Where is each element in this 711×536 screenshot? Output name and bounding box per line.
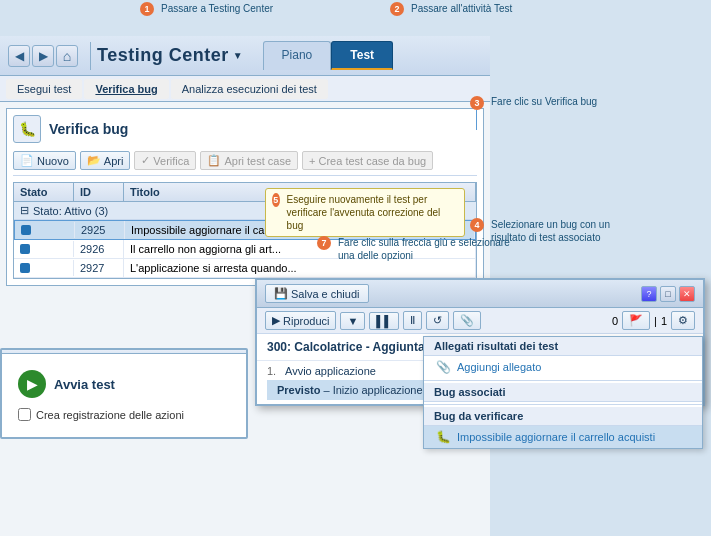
- row-id-2: 2927: [74, 259, 124, 277]
- menu-sep-1: [424, 380, 702, 381]
- home-button[interactable]: ⌂: [56, 45, 78, 67]
- btn-settings[interactable]: ⚙: [671, 311, 695, 330]
- crea-test-case-icon: +: [309, 155, 315, 167]
- row-id-1: 2926: [74, 240, 124, 258]
- annotation-1: 1 Passare a Testing Center: [140, 2, 273, 16]
- btn-crea-test-case[interactable]: + Crea test case da bug: [302, 151, 433, 170]
- status-dot-2: [20, 263, 30, 273]
- verifica-icon: ✓: [141, 154, 150, 167]
- panel-title: Verifica bug: [49, 121, 128, 137]
- test-runner-panel: ▶ Avvia test Crea registrazione delle az…: [0, 348, 248, 439]
- title-dropdown-arrow[interactable]: ▼: [233, 50, 243, 61]
- tab-piano[interactable]: Piano: [263, 41, 332, 70]
- btn-apri[interactable]: 📂 Apri: [80, 151, 131, 170]
- panel-icon: 🐛: [13, 115, 41, 143]
- counter2: 1: [661, 315, 667, 327]
- ann-num-4: 4: [470, 218, 484, 232]
- expand-icon: ⊟: [20, 204, 29, 217]
- subnav-esegui-test[interactable]: Esegui test: [6, 79, 82, 99]
- overlay-window: 💾 Salva e chiudi ? □ ✕ 7 Fare clic sulla…: [255, 278, 705, 406]
- btn-apri-test-case[interactable]: 📋 Apri test case: [200, 151, 298, 170]
- nav-buttons: ◀ ▶ ⌂: [8, 45, 78, 67]
- menu-section-bug-verificare: Bug da verificare: [424, 407, 702, 426]
- checkbox-row: Crea registrazione delle azioni: [18, 408, 184, 421]
- row-status-0: [15, 222, 75, 238]
- subnav-analizza[interactable]: Analizza esecuzioni dei test: [171, 79, 328, 99]
- btn-dropdown[interactable]: ▼: [340, 312, 365, 330]
- btn-salva-chiudi[interactable]: 💾 Salva e chiudi: [265, 284, 369, 303]
- btn-verifica[interactable]: ✓ Verifica: [134, 151, 196, 170]
- btn-riproduci[interactable]: ▶ Riproduci: [265, 311, 336, 330]
- ann-text-3: Fare clic su Verifica bug: [491, 96, 597, 107]
- btn-attach[interactable]: 📎: [453, 311, 481, 330]
- panel-toolbar: 📄 Nuovo 📂 Apri ✓ Verifica 📋 Apri test ca…: [13, 151, 477, 176]
- tab-test[interactable]: Test: [331, 41, 393, 70]
- title-bar: ◀ ▶ ⌂ Testing Center ▼ Piano Test: [0, 36, 490, 76]
- row-status-1: [14, 241, 74, 257]
- back-button[interactable]: ◀: [8, 45, 30, 67]
- apri-icon: 📂: [87, 154, 101, 167]
- tab-area: Piano Test: [263, 41, 394, 70]
- annotation-3-area: 3 Fare clic su Verifica bug: [470, 96, 597, 130]
- step-toolbar: ▶ Riproduci ▼ ▌▌ Ⅱ ↺ 📎 0 🚩 | 1 ⚙: [257, 308, 703, 334]
- save-icon: 💾: [274, 287, 288, 300]
- record-actions-checkbox[interactable]: [18, 408, 31, 421]
- ann-text-1: Passare a Testing Center: [161, 2, 273, 15]
- attach-icon: 📎: [436, 360, 451, 374]
- record-actions-label: Crea registrazione delle azioni: [36, 409, 184, 421]
- ann-text-5: Eseguire nuovamente il test per verifica…: [287, 193, 458, 232]
- apri-test-case-icon: 📋: [207, 154, 221, 167]
- help-button[interactable]: ?: [641, 286, 657, 302]
- col-id: ID: [74, 183, 124, 201]
- forward-button[interactable]: ▶: [32, 45, 54, 67]
- step-number: 1.: [267, 365, 285, 377]
- bug-icon: 🐛: [436, 430, 451, 444]
- expected-text: Inizio applicazione: [333, 384, 423, 396]
- menu-section-bug-associati: Bug associati: [424, 383, 702, 402]
- sub-nav: Esegui test Verifica bug Analizza esecuz…: [0, 76, 490, 102]
- ann-num-1: 1: [140, 2, 154, 16]
- menu-sep-2: [424, 404, 702, 405]
- menu-section-allegati: Allegati risultati dei test: [424, 337, 702, 356]
- panel-header: 🐛 Verifica bug: [13, 115, 477, 143]
- play-icon: ▶: [18, 370, 46, 398]
- menu-item-bug-1[interactable]: 🐛 Impossibile aggiornare il carrello acq…: [424, 426, 702, 448]
- expected-separator: –: [323, 384, 332, 396]
- btn-flag[interactable]: 🚩: [622, 311, 650, 330]
- restore-button[interactable]: □: [660, 286, 676, 302]
- dropdown-arrow-icon: ▼: [347, 315, 358, 327]
- start-test-area: ▶ Avvia test: [18, 370, 115, 398]
- col-stato: Stato: [14, 183, 74, 201]
- annotation-2: 2 Passare all'attività Test: [390, 2, 512, 16]
- btn-rewind[interactable]: ↺: [426, 311, 449, 330]
- expected-label: Previsto: [277, 384, 320, 396]
- row-id-0: 2925: [75, 221, 125, 239]
- start-test-label: Avvia test: [54, 377, 115, 392]
- app-title: Testing Center: [97, 45, 229, 66]
- overlay-toolbar: 💾 Salva e chiudi: [265, 284, 641, 303]
- annotation-area: 1 Passare a Testing Center 2 Passare all…: [0, 0, 711, 36]
- menu-item-aggiungi-allegato[interactable]: 📎 Aggiungi allegato: [424, 356, 702, 378]
- dropdown-menu: Allegati risultati dei test 📎 Aggiungi a…: [423, 336, 703, 449]
- btn-step[interactable]: Ⅱ: [403, 311, 422, 330]
- status-dot-1: [20, 244, 30, 254]
- counter-area: 0 🚩 | 1 ⚙: [612, 311, 695, 330]
- ann-text-7: Fare clic sulla freccia giù e selezionar…: [338, 236, 518, 262]
- btn-nuovo[interactable]: 📄 Nuovo: [13, 151, 76, 170]
- ann-text-2: Passare all'attività Test: [411, 2, 512, 15]
- menu-item-label-1: Aggiungi allegato: [457, 361, 541, 373]
- ann-num-7: 7: [317, 236, 331, 250]
- close-button[interactable]: ✕: [679, 286, 695, 302]
- btn-pause[interactable]: ▌▌: [369, 312, 399, 330]
- row-status-2: [14, 260, 74, 276]
- counter-label: 0: [612, 315, 618, 327]
- ann-num-3: 3: [470, 96, 484, 110]
- menu-item-label-2: Impossibile aggiornare il carrello acqui…: [457, 431, 655, 443]
- overlay-titlebar: 💾 Salva e chiudi ? □ ✕: [257, 280, 703, 308]
- annotation-5-area: 5 Eseguire nuovamente il test per verifi…: [265, 188, 465, 237]
- nuovo-icon: 📄: [20, 154, 34, 167]
- ann-num-2: 2: [390, 2, 404, 16]
- annotation-7-area: 7 Fare clic sulla freccia giù e selezion…: [317, 236, 518, 262]
- subnav-verifica-bug[interactable]: Verifica bug: [84, 79, 168, 99]
- overlay-controls: ? □ ✕: [641, 286, 695, 302]
